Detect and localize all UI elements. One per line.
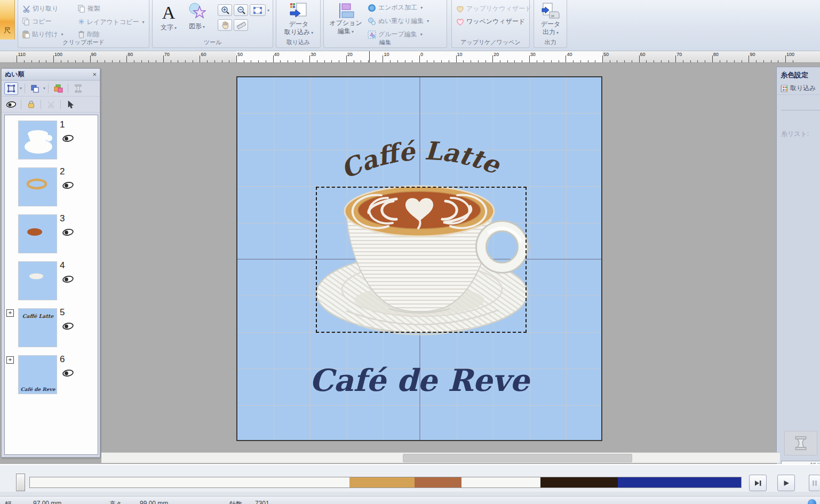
cut-button[interactable]: 切り取り [22,4,59,13]
measure-tool-button[interactable] [234,19,248,31]
ruler-major-tick [53,55,54,62]
ruler-minor-tick [83,60,83,62]
scissors-disabled-icon [47,100,55,108]
layer-visibility-eye-icon[interactable] [62,275,74,283]
sew-order-item-4[interactable]: 4 [5,260,98,307]
thread-spool-disabled-button[interactable] [784,431,817,455]
ruler-minor-tick [720,60,720,62]
ruler-minor-tick [478,60,479,62]
layer-eye[interactable] [62,134,74,142]
select-tool-button[interactable] [63,98,77,111]
ruler-minor-tick [427,60,427,62]
zoom-out-button[interactable] [234,4,248,16]
layer-eye[interactable] [62,322,74,330]
design-canvas[interactable]: Caffé Latte Café de Reve [236,76,602,441]
delete-button[interactable]: 削除 [78,30,100,39]
patch-wizard-button[interactable]: ワッペンウィザード [456,17,525,26]
ruler-major-tick [163,55,164,62]
ruler-minor-tick [178,60,178,62]
selection-rectangle[interactable] [316,187,527,333]
layer-visibility-eye-icon[interactable] [62,369,74,377]
sew-order-item-2[interactable]: 2 [5,166,98,213]
horizontal-scrollbar[interactable] [101,452,780,463]
status-stitch-label: 針数 [229,500,242,504]
expand-plus-icon[interactable]: + [6,356,14,364]
pause-icon [812,480,817,486]
paste-button[interactable]: 貼り付け [22,30,63,39]
layer-thumbnail[interactable] [18,214,57,253]
layer-eye[interactable] [62,228,74,236]
applique-heart-icon [456,5,464,13]
data-output-button[interactable]: データ 出力 [537,2,564,37]
simulator-slider-handle[interactable] [16,474,25,491]
pan-tool-button[interactable] [218,19,232,31]
color-change-button[interactable] [51,82,65,95]
layout-copy-button[interactable]: ✳ レイアウトコピー [78,17,145,27]
emboss-button[interactable]: エンボス加工 [368,3,423,12]
lock-button[interactable] [24,98,38,111]
scrollbar-thumb[interactable] [403,454,632,462]
sew-order-item-6[interactable]: +Café de Reve6 [5,354,98,401]
sew-order-toolbar-top: ▾ ▾ [2,81,100,97]
shape-tool-button[interactable]: 図形 [185,2,209,31]
layer-eye[interactable] [62,275,74,283]
pause-button-partial[interactable] [809,475,820,491]
ruler-minor-tick [368,60,369,62]
layer-visibility-eye-icon[interactable] [62,322,74,330]
duplicate-button[interactable]: 複製 [78,4,100,13]
stitch-simulator-bar [0,464,820,492]
paste-icon [22,30,30,38]
step-to-end-button[interactable] [749,475,767,491]
option-edit-button[interactable]: オプション 編集 [329,2,362,36]
applique-wizard-button[interactable]: アップリケウィザード [456,4,532,13]
layer-visibility-eye-icon[interactable] [62,228,74,236]
copy-button[interactable]: コピー [22,17,52,26]
ruler-minor-tick [500,60,500,62]
thread-color-segment [618,477,741,487]
cut-stitch-button[interactable] [44,98,58,111]
zoom-fit-button[interactable] [250,4,266,16]
ruler-minor-tick [742,60,742,62]
group-edit-button[interactable]: グループ編集 [368,30,423,39]
overlap-edit-button[interactable]: ぬい重なり編集 [368,17,429,26]
sew-order-item-5[interactable]: +Caffé Latte5 [5,307,98,354]
ruler-major-tick [273,55,274,62]
fit-selection-button[interactable] [4,82,18,95]
zoom-in-button[interactable] [218,4,232,16]
data-import-button[interactable]: データ 取り込み [284,2,314,37]
thread-import-button[interactable]: 取り込み [777,82,820,95]
close-icon[interactable]: × [92,70,97,78]
layer-thumbnail[interactable]: Caffé Latte [18,308,57,347]
layer-eye[interactable] [62,369,74,377]
ruler-minor-tick [390,60,391,62]
fit-selection-caret-icon[interactable]: ▾ [20,86,22,91]
ruler-minor-tick [573,60,574,62]
sew-order-item-3[interactable]: 3 [5,213,98,260]
ruler-major-tick [492,55,493,62]
layer-eye[interactable] [62,181,74,189]
sew-order-title-bar[interactable]: ぬい順 × [2,69,100,81]
ruler-minor-tick [193,60,193,62]
layer-thumbnail[interactable] [18,121,57,159]
layer-visibility-eye-icon[interactable] [62,134,74,142]
edge-mode-button[interactable]: 尺 [0,0,15,39]
play-button[interactable] [777,475,795,491]
text-tool-button[interactable]: A 文字 [157,2,180,32]
ruler-tick-label: 70 [676,52,682,57]
layer-thumbnail[interactable] [18,261,57,300]
thread-spool-button[interactable] [71,82,85,95]
stitch-color-bar[interactable] [29,477,742,488]
layer-visibility-eye-icon[interactable] [62,181,74,189]
layer-thumbnail[interactable] [18,167,57,206]
layer-thumbnail[interactable]: Café de Reve [18,355,57,394]
ruler-minor-tick [105,60,105,62]
sew-order-item-1[interactable]: 1 [5,119,98,166]
ribbon-group-output: データ 出力 出力 [534,0,567,48]
info-icon[interactable] [808,499,816,504]
zoom-fit-caret-icon[interactable]: ▾ [267,8,269,13]
reorder-button[interactable] [28,82,42,95]
ruler-tick-label: 20 [347,52,353,57]
reorder-caret-icon[interactable]: ▾ [43,86,45,91]
expand-plus-icon[interactable]: + [6,309,14,317]
visibility-button[interactable] [4,98,18,111]
